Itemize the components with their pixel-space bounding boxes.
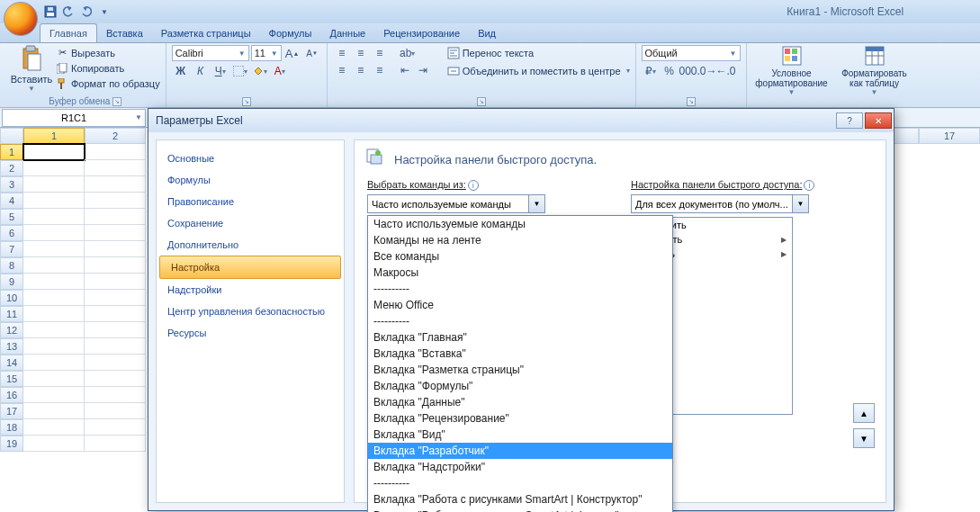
cell[interactable]	[23, 225, 85, 241]
cell[interactable]	[23, 436, 85, 452]
cell[interactable]	[85, 241, 146, 257]
cut-button[interactable]: ✂Вырезать	[56, 45, 160, 60]
redo-icon[interactable]	[79, 4, 94, 19]
select-all-corner[interactable]	[0, 128, 23, 144]
number-expander[interactable]: ↘	[687, 97, 696, 106]
move-down-button[interactable]: ▼	[853, 428, 875, 448]
cell[interactable]	[85, 257, 146, 274]
copy-button[interactable]: Копировать	[56, 60, 160, 76]
align-middle-icon[interactable]: ≡	[352, 45, 370, 61]
help-button[interactable]: ?	[836, 112, 863, 129]
paste-button[interactable]: Вставить ▼	[11, 45, 52, 93]
nav-item-Настройка[interactable]: Настройка	[159, 256, 341, 279]
row-header[interactable]: 2	[0, 160, 23, 176]
cell[interactable]	[85, 144, 146, 160]
dropdown-arrow-icon[interactable]: ▼	[528, 195, 544, 212]
cell[interactable]	[23, 160, 85, 176]
dropdown-item[interactable]: Меню Office	[368, 297, 672, 313]
alignment-expander[interactable]: ↘	[477, 97, 486, 106]
cell[interactable]	[23, 355, 85, 371]
dropdown-item[interactable]: Вкладка "Вставка"	[368, 346, 672, 362]
cell[interactable]	[85, 338, 146, 355]
row-header[interactable]: 13	[0, 338, 23, 355]
wrap-text-button[interactable]: Перенос текста	[447, 45, 630, 60]
font-name-combo[interactable]: Calibri▼	[172, 45, 249, 61]
dialog-titlebar[interactable]: Параметры Excel ? ✕	[148, 109, 894, 132]
row-header[interactable]: 3	[0, 176, 23, 193]
dropdown-item[interactable]: Команды не на ленте	[368, 232, 672, 248]
currency-icon[interactable]: ₽▾	[642, 63, 660, 79]
column-header[interactable]: 17	[919, 128, 980, 144]
align-top-icon[interactable]: ≡	[333, 45, 351, 61]
cell[interactable]	[23, 322, 85, 338]
dropdown-item[interactable]: Вкладка "Главная"	[368, 329, 672, 346]
row-header[interactable]: 4	[0, 193, 23, 209]
tab-Рецензирование[interactable]: Рецензирование	[374, 24, 469, 42]
row-header[interactable]: 17	[0, 403, 23, 419]
align-center-icon[interactable]: ≡	[352, 62, 370, 78]
nav-item-Формулы[interactable]: Формулы	[157, 169, 344, 191]
cell[interactable]	[23, 290, 85, 306]
cell[interactable]	[23, 209, 85, 225]
row-header[interactable]: 5	[0, 209, 23, 225]
cell[interactable]	[23, 193, 85, 209]
nav-item-Правописание[interactable]: Правописание	[157, 191, 344, 212]
row-header[interactable]: 18	[0, 419, 23, 436]
dropdown-item[interactable]: Вкладка "Вид"	[368, 427, 672, 443]
cell[interactable]	[85, 209, 146, 225]
indent-increase-icon[interactable]: ⇥	[414, 62, 432, 78]
borders-icon[interactable]: ▾	[231, 63, 249, 79]
cell[interactable]	[23, 338, 85, 355]
cell[interactable]	[23, 387, 85, 403]
dropdown-item[interactable]: Часто используемые команды	[368, 216, 672, 232]
dropdown-item[interactable]: Вкладка "Рецензирование"	[368, 410, 672, 427]
indent-decrease-icon[interactable]: ⇤	[396, 62, 414, 78]
column-header[interactable]: 2	[85, 128, 146, 144]
font-size-combo[interactable]: 11▼	[251, 45, 282, 61]
tab-Вставка[interactable]: Вставка	[97, 24, 152, 42]
info-icon[interactable]: i	[468, 180, 479, 191]
cell[interactable]	[85, 387, 146, 403]
column-header[interactable]: 1	[23, 128, 85, 144]
row-header[interactable]: 1	[0, 144, 23, 160]
cell[interactable]	[23, 419, 85, 436]
percent-icon[interactable]: %	[661, 63, 679, 79]
undo-icon[interactable]	[61, 4, 76, 19]
row-header[interactable]: 16	[0, 387, 23, 403]
decrease-decimal-icon[interactable]: ←.0	[717, 63, 735, 79]
tab-Разметка страницы[interactable]: Разметка страницы	[152, 24, 260, 42]
clipboard-expander[interactable]: ↘	[112, 97, 121, 106]
info-icon[interactable]: i	[804, 180, 814, 191]
cell[interactable]	[85, 193, 146, 209]
dropdown-item[interactable]: Вкладка "Разметка страницы"	[368, 362, 672, 378]
dropdown-item[interactable]: Макросы	[368, 265, 672, 281]
cell[interactable]	[85, 403, 146, 419]
dropdown-item[interactable]: Вкладка "Работа с рисунками SmartArt | Ф…	[368, 508, 672, 512]
conditional-formatting-button[interactable]: Условное форматирование▼	[752, 45, 832, 96]
merge-center-button[interactable]: Объединить и поместить в центре▾	[447, 63, 630, 78]
row-header[interactable]: 19	[0, 436, 23, 452]
italic-icon[interactable]: К	[192, 63, 210, 79]
align-left-icon[interactable]: ≡	[333, 62, 351, 78]
dropdown-item[interactable]: Вкладка "Работа с рисунками SmartArt | К…	[368, 491, 672, 508]
increase-decimal-icon[interactable]: .0→	[698, 63, 716, 79]
row-header[interactable]: 14	[0, 355, 23, 371]
cell[interactable]	[23, 306, 85, 322]
row-header[interactable]: 6	[0, 225, 23, 241]
cell[interactable]	[85, 274, 146, 290]
cell[interactable]	[85, 371, 146, 387]
dropdown-item[interactable]: Вкладка "Разработчик"	[368, 443, 672, 459]
cell[interactable]	[23, 274, 85, 290]
move-up-button[interactable]: ▲	[853, 403, 875, 423]
dropdown-item[interactable]: Вкладка "Формулы"	[368, 378, 672, 394]
cell[interactable]	[85, 160, 146, 176]
dropdown-item[interactable]: ----------	[368, 281, 672, 297]
tab-Формулы[interactable]: Формулы	[260, 24, 321, 42]
row-header[interactable]: 15	[0, 371, 23, 387]
cell[interactable]	[23, 403, 85, 419]
cell[interactable]	[23, 176, 85, 193]
cell[interactable]	[85, 176, 146, 193]
name-box[interactable]: R1C1▼	[2, 109, 146, 127]
save-icon[interactable]	[43, 4, 58, 19]
format-painter-button[interactable]: Формат по образцу	[56, 76, 160, 91]
